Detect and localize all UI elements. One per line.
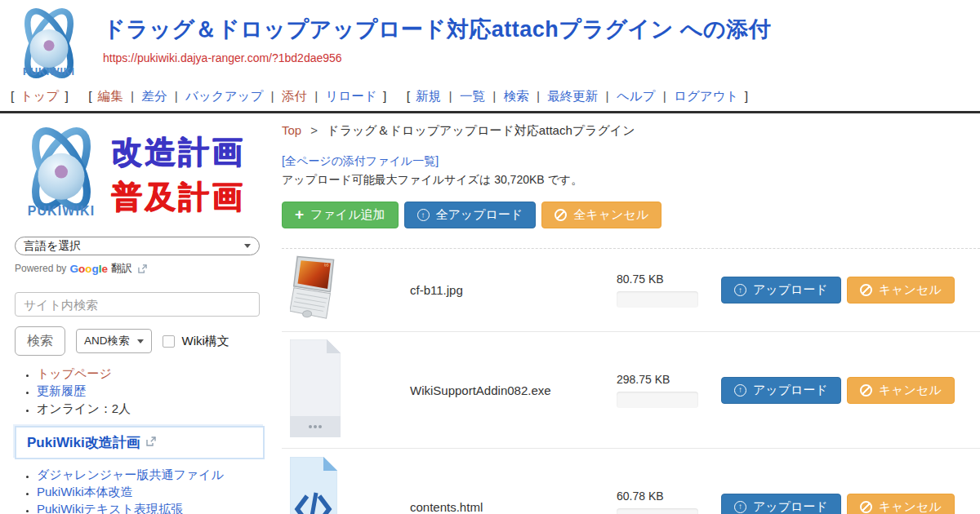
banner-line1: 改造計画 (111, 130, 245, 175)
wiki-syntax-label: Wiki構文 (182, 334, 229, 349)
logo-text: PUKIWIKI (28, 204, 96, 218)
file-size: 298.75 KB (617, 373, 721, 386)
nav-top[interactable]: トップ (20, 89, 60, 103)
ban-icon (860, 284, 872, 296)
separator: | (175, 89, 178, 103)
search-mode-select[interactable]: AND検索 (76, 329, 152, 353)
bracket: [ (407, 89, 410, 103)
separator: | (314, 89, 318, 103)
nav-list[interactable]: 一覧 (460, 89, 485, 103)
nav-help[interactable]: ヘルプ (617, 89, 656, 103)
cancel-button[interactable]: キャンセル (847, 277, 955, 304)
upload-button[interactable]: アップロード (721, 377, 841, 404)
html-code-file-icon (290, 457, 337, 514)
search-button[interactable]: 検索 (15, 326, 65, 356)
pukiwiki-kaizou-box[interactable]: PukiWiki改造計画 (15, 426, 265, 459)
sidebar-item-common-files[interactable]: ダジャレンジャー版共通ファイル (37, 467, 224, 481)
upload-all-label: 全アップロード (436, 207, 523, 223)
separator: | (663, 89, 666, 103)
sidebar-list-top: トップページ 更新履歴 オンライン：2人 (15, 366, 282, 417)
nav-search[interactable]: 検索 (504, 89, 529, 103)
powered-by-label: Powered by (15, 263, 66, 274)
all-attachments-link[interactable]: [全ページの添付ファイル一覧] (282, 154, 439, 169)
ban-icon (860, 384, 872, 397)
file-name: WikiSupportAddin082.exe (410, 383, 617, 397)
separator: | (271, 89, 274, 103)
cancel-label: キャンセル (879, 282, 942, 298)
list-item: 更新履歴 (37, 383, 282, 399)
breadcrumb-home[interactable]: Top (282, 123, 301, 137)
page-url-link[interactable]: https://pukiwiki.dajya-ranger.com/?1bd2d… (103, 51, 342, 64)
nav-edit[interactable]: 編集 (98, 89, 123, 103)
pukiwiki-logo-icon[interactable]: PUKIWIKI (8, 5, 90, 82)
external-link-icon (146, 436, 156, 446)
bracket: [ (88, 89, 91, 103)
file-name: contents.html (410, 500, 617, 514)
file-name: cf-b11.jpg (410, 283, 617, 297)
nav-new[interactable]: 新規 (416, 89, 441, 103)
nav-attach[interactable]: 添付 (282, 89, 307, 103)
bracket: ] (745, 89, 748, 103)
laptop-photo-thumbnail: b5 (290, 254, 341, 324)
breadcrumb: Top > ドラッグ＆ドロップアップロード対応attachプラグイン (282, 123, 980, 139)
upload-label: アップロード (753, 282, 828, 298)
google-translate-attribution: Powered by Google 翻訳 (15, 261, 282, 276)
upload-dropzone[interactable]: b5 cf-b11.jpg 80.75 KB (282, 248, 980, 514)
wiki-syntax-checkbox[interactable] (163, 335, 175, 348)
sidebar-item-history[interactable]: 更新履歴 (37, 383, 86, 397)
progress-bar (617, 291, 698, 308)
progress-bar (617, 392, 698, 408)
sidebar-item-core-mod[interactable]: PukiWiki本体改造 (37, 485, 133, 498)
page-title: ドラッグ＆ドロップアップロード対応attachプラグイン への添付 (103, 15, 771, 44)
cancel-label: キャンセル (879, 499, 942, 514)
search-mode-value: AND検索 (84, 334, 130, 348)
banner-line2: 普及計画 (111, 175, 245, 219)
file-size: 60.78 KB (617, 490, 721, 503)
cancel-button[interactable]: キャンセル (847, 494, 955, 514)
circle-arrow-up-icon (734, 284, 746, 296)
sidebar-item-text-ext[interactable]: PukiWikiテキスト表現拡張 (37, 502, 183, 514)
language-select[interactable]: 言語を選択 (15, 237, 260, 255)
chevron-down-icon (244, 244, 251, 248)
circle-arrow-up-icon (734, 384, 746, 397)
file-row: contents.html 60.78 KB アップロード キャンセル (282, 449, 980, 514)
upload-all-button[interactable]: 全アップロード (404, 202, 537, 228)
max-upload-size-text: アップロード可能最大ファイルサイズは 30,720KB です。 (282, 173, 980, 188)
progress-bar (617, 508, 698, 514)
separator: | (449, 89, 452, 103)
sidebar: PUKIWIKI 改造計画 普及計画 言語を選択 Powered by Goog… (0, 122, 282, 514)
upload-button[interactable]: アップロード (721, 494, 841, 514)
nav-recent[interactable]: 最終更新 (547, 89, 598, 103)
online-count: オンライン：2人 (37, 401, 131, 415)
separator: | (537, 89, 540, 103)
nav-logout[interactable]: ログアウト (674, 89, 738, 103)
sidebar-item-toppage[interactable]: トップページ (37, 366, 112, 380)
generic-file-icon (290, 339, 341, 437)
cancel-all-button[interactable]: 全キャンセル (541, 202, 662, 228)
add-files-label: ファイル追加 (310, 207, 385, 223)
external-link-icon (138, 264, 147, 273)
pukiwiki-kaizou-link[interactable]: PukiWiki改造計画 (27, 435, 140, 450)
separator: | (131, 89, 134, 103)
page-header: PUKIWIKI ドラッグ＆ドロップアップロード対応attachプラグイン への… (0, 0, 980, 82)
sidebar-banner[interactable]: PUKIWIKI 改造計画 普及計画 (15, 123, 282, 226)
add-files-button[interactable]: ファイル追加 (282, 202, 399, 228)
logo-text: PUKIWIKI (23, 66, 75, 78)
nav-diff[interactable]: 差分 (141, 89, 167, 103)
separator: | (492, 89, 496, 103)
site-search-input[interactable] (15, 292, 260, 317)
cancel-button[interactable]: キャンセル (847, 377, 955, 404)
list-item: トップページ (37, 366, 282, 382)
upload-button[interactable]: アップロード (721, 277, 841, 304)
nav-reload[interactable]: リロード (326, 89, 377, 103)
ban-icon (860, 501, 872, 513)
top-navbar: [ トップ ] [ 編集 | 差分 | バックアップ | 添付 | リロード ]… (8, 88, 980, 105)
list-item: PukiWiki本体改造 (37, 485, 276, 500)
breadcrumb-current: ドラッグ＆ドロップアップロード対応attachプラグイン (327, 123, 635, 137)
nav-backup[interactable]: バックアップ (185, 89, 263, 103)
bracket: [ (11, 89, 14, 103)
cancel-label: キャンセル (879, 383, 942, 398)
bracket: ] (383, 89, 386, 103)
file-row: WikiSupportAddin082.exe 298.75 KB アップロード… (282, 332, 980, 449)
cancel-all-label: 全キャンセル (573, 207, 648, 223)
